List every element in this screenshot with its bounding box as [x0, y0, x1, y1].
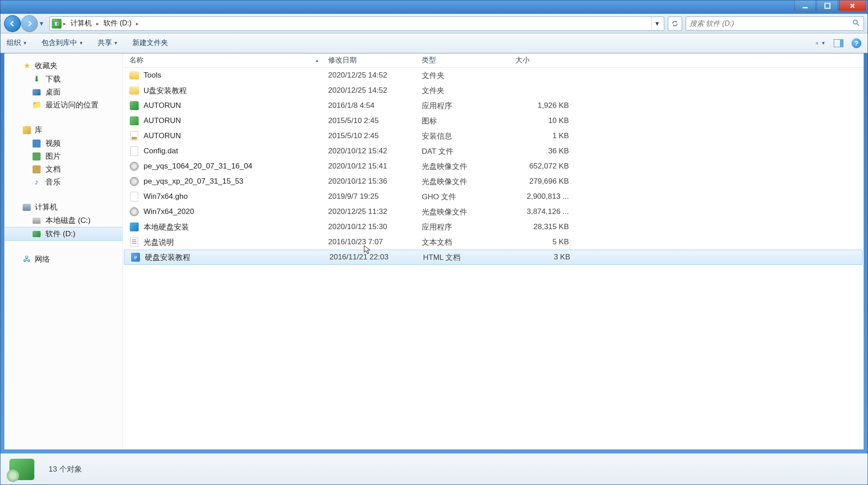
- share-menu[interactable]: 共享 ▼: [98, 38, 118, 48]
- view-list-icon: [816, 39, 819, 47]
- download-icon: ⬇: [32, 75, 41, 84]
- new-folder-button[interactable]: 新建文件夹: [132, 38, 168, 48]
- search-input[interactable]: [690, 20, 852, 28]
- file-row[interactable]: 硬盘安装教程2016/11/21 22:03HTML 文档3 KB: [124, 250, 863, 265]
- breadcrumb[interactable]: ◧ ▸ 计算机 ▸ 软件 (D:) ▸ ▾: [49, 16, 664, 31]
- file-row[interactable]: Win7x64_20202020/12/25 11:32光盘映像文件3,874,…: [123, 204, 864, 219]
- file-type: 光盘映像文件: [422, 177, 515, 187]
- sidebar-item-music[interactable]: ♪ 音乐: [4, 176, 123, 189]
- address-bar: ▾ ◧ ▸ 计算机 ▸ 软件 (D:) ▸ ▾: [0, 14, 868, 33]
- file-row[interactable]: AUTORUN2016/1/8 4:54应用程序1,926 KB: [123, 98, 864, 113]
- file-size: 3,874,126 ...: [515, 207, 573, 216]
- status-text: 13 个对象: [49, 464, 82, 474]
- file-row[interactable]: pe_yqs_xp_20_07_31_15_532020/10/12 15:36…: [123, 174, 864, 189]
- column-header-date[interactable]: 修改日期: [328, 56, 422, 65]
- close-button[interactable]: [839, 0, 866, 11]
- star-icon: ★: [22, 62, 31, 70]
- chevron-down-icon: ▼: [79, 41, 83, 45]
- file-type: 图标: [422, 116, 515, 126]
- minimize-icon: [802, 3, 808, 9]
- file-rows: Tools2020/12/25 14:52文件夹U盘安装教程2020/12/25…: [123, 68, 864, 449]
- sidebar-item-videos[interactable]: 视频: [4, 137, 123, 150]
- refresh-icon: [671, 20, 679, 27]
- forward-button[interactable]: [21, 15, 38, 32]
- file-row[interactable]: 本地硬盘安装2020/10/12 15:30应用程序28,315 KB: [123, 219, 864, 234]
- library-icon: [22, 126, 31, 135]
- file-row[interactable]: Tools2020/12/25 14:52文件夹: [123, 68, 864, 83]
- include-label: 包含到库中: [41, 38, 77, 48]
- file-type: 应用程序: [422, 101, 515, 111]
- breadcrumb-item-drive[interactable]: 软件 (D:): [101, 19, 134, 28]
- explorer-window: ▾ ◧ ▸ 计算机 ▸ 软件 (D:) ▸ ▾ 组织 ▼: [0, 0, 868, 485]
- file-row[interactable]: AUTORUN2015/5/10 2:45安装信息1 KB: [123, 128, 864, 144]
- search-box[interactable]: [686, 16, 864, 31]
- chevron-down-icon: ▼: [114, 41, 118, 45]
- file-name: U盘安装教程: [144, 86, 187, 96]
- file-date: 2020/12/25 14:52: [328, 86, 422, 95]
- file-row[interactable]: AUTORUN2015/5/10 2:45图标10 KB: [123, 113, 864, 128]
- drive-icon: [32, 230, 41, 238]
- navigation-pane: ★ 收藏夹 ⬇ 下载 桌面 📁 最近访问的位置: [4, 53, 123, 449]
- organize-menu[interactable]: 组织 ▼: [7, 38, 27, 48]
- sidebar-head-favorites[interactable]: ★ 收藏夹: [4, 59, 123, 73]
- iso-icon: [129, 177, 139, 186]
- sidebar-item-drive-c[interactable]: 本地磁盘 (C:): [4, 214, 123, 227]
- preview-pane-button[interactable]: [834, 38, 843, 48]
- sidebar-item-label: 软件 (D:): [45, 229, 75, 239]
- breadcrumb-dropdown[interactable]: ▾: [651, 17, 662, 30]
- toolbar: 组织 ▼ 包含到库中 ▼ 共享 ▼ 新建文件夹 ▼: [0, 33, 868, 53]
- ico-icon: [129, 116, 139, 126]
- sidebar-head-libraries[interactable]: 库: [4, 123, 123, 137]
- minimize-button[interactable]: [794, 0, 816, 11]
- back-button[interactable]: [4, 15, 21, 32]
- gho-icon: [129, 192, 139, 201]
- sidebar-item-label: 最近访问的位置: [45, 100, 99, 110]
- sidebar-item-drive-d[interactable]: 软件 (D:): [4, 227, 123, 241]
- file-row[interactable]: U盘安装教程2020/12/25 14:52文件夹: [123, 83, 864, 98]
- file-row[interactable]: 光盘说明2016/10/23 7:07文本文档5 KB: [123, 234, 864, 250]
- file-list-pane: 名称 ▲ 修改日期 类型 大小 Tools2020/12/25 14:52文件夹…: [123, 53, 864, 449]
- toolbar-right: ▼ ?: [816, 38, 861, 48]
- desktop-icon: [32, 88, 41, 97]
- include-library-menu[interactable]: 包含到库中 ▼: [41, 38, 83, 48]
- status-bar: 13 个对象: [0, 453, 868, 485]
- column-header-name[interactable]: 名称 ▲: [123, 56, 328, 65]
- computer-icon: [22, 203, 31, 212]
- svg-rect-10: [840, 39, 843, 47]
- sidebar-head-network[interactable]: 🖧 网络: [4, 252, 123, 266]
- svg-rect-1: [825, 3, 830, 8]
- drive-icon: [32, 216, 41, 225]
- svg-rect-4: [817, 42, 818, 43]
- breadcrumb-sep-icon: ▸: [95, 21, 100, 27]
- sidebar-head-computer[interactable]: 计算机: [4, 200, 123, 214]
- file-size: 28,315 KB: [515, 222, 573, 231]
- refresh-button[interactable]: [668, 16, 682, 31]
- file-date: 2015/5/10 2:45: [328, 116, 422, 125]
- network-icon: 🖧: [22, 255, 31, 264]
- svg-rect-7: [816, 44, 816, 44]
- back-arrow-icon: [8, 20, 16, 28]
- file-row[interactable]: Win7x64.gho2019/9/7 19:25GHO 文件2,900,813…: [123, 189, 864, 204]
- view-menu[interactable]: ▼: [816, 38, 826, 48]
- libraries-label: 库: [35, 125, 42, 135]
- maximize-button[interactable]: [817, 0, 838, 11]
- file-row[interactable]: Config.dat2020/10/12 15:42DAT 文件36 KB: [123, 144, 864, 159]
- recent-dropdown[interactable]: ▾: [38, 19, 46, 28]
- help-button[interactable]: ?: [852, 38, 861, 48]
- column-header-type[interactable]: 类型: [422, 56, 515, 65]
- sidebar-item-label: 文档: [45, 164, 61, 174]
- sidebar-item-downloads[interactable]: ⬇ 下载: [4, 73, 123, 86]
- sidebar-item-pictures[interactable]: 图片: [4, 150, 123, 163]
- breadcrumb-item-computer[interactable]: 计算机: [68, 19, 95, 28]
- file-size: 10 KB: [515, 116, 573, 125]
- column-header-size[interactable]: 大小: [515, 56, 578, 65]
- file-size: 3 KB: [517, 253, 575, 262]
- file-date: 2020/10/12 15:41: [328, 162, 422, 171]
- picture-icon: [32, 152, 41, 161]
- file-row[interactable]: pe_yqs_1064_20_07_31_16_042020/10/12 15:…: [123, 159, 864, 174]
- sidebar-item-recent[interactable]: 📁 最近访问的位置: [4, 99, 123, 111]
- svg-rect-3: [816, 42, 816, 43]
- sidebar-item-desktop[interactable]: 桌面: [4, 86, 123, 99]
- sidebar-item-documents[interactable]: 文档: [4, 163, 123, 176]
- file-type: 光盘映像文件: [422, 161, 515, 172]
